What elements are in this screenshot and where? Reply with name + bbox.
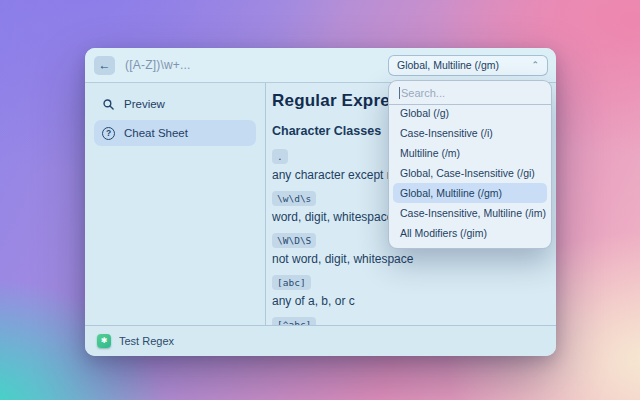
modifier-dropdown-button[interactable]: Global, Multiline (/gm) ⌃ <box>388 55 548 76</box>
regex-token-badge: . <box>272 149 288 164</box>
sidebar-item-label: Cheat Sheet <box>124 127 188 139</box>
text-cursor <box>399 87 400 99</box>
regex-token-badge: \w\d\s <box>272 191 316 206</box>
window-footer: ✱ Test Regex <box>85 325 556 356</box>
regex-token-badge: \W\D\S <box>272 233 316 248</box>
regex-token-description: any of a, b, or c <box>272 294 556 308</box>
window-topbar: ← ([A-Z])\w+... Global, Multiline (/gm) … <box>85 48 556 83</box>
regex-pattern-text[interactable]: ([A-Z])\w+... <box>125 58 191 72</box>
regex-token-badge: [^abc] <box>272 317 316 325</box>
back-button[interactable]: ← <box>94 56 115 75</box>
desktop-background: ← ([A-Z])\w+... Global, Multiline (/gm) … <box>0 0 640 400</box>
window-body: Preview ? Cheat Sheet Regular Expression… <box>85 83 556 325</box>
modifier-dropdown-label: Global, Multiline (/gm) <box>397 59 499 71</box>
dropdown-option-global-multiline[interactable]: Global, Multiline (/gm) <box>393 183 547 203</box>
dropdown-option-global[interactable]: Global (/g) <box>393 105 547 123</box>
back-arrow-icon: ← <box>99 59 111 71</box>
regex-token-description: not word, digit, whitespace <box>272 252 556 266</box>
regex-token-badge: [abc] <box>272 275 311 290</box>
sidebar-item-label: Preview <box>124 98 165 110</box>
sidebar: Preview ? Cheat Sheet <box>85 83 266 325</box>
sidebar-item-preview[interactable]: Preview <box>94 91 256 117</box>
list-item: [abc] any of a, b, or c <box>272 272 556 308</box>
app-name: Test Regex <box>119 335 174 347</box>
modifier-search-input[interactable]: Search... <box>389 81 551 105</box>
dropdown-option-global-case-insensitive[interactable]: Global, Case-Insensitive (/gi) <box>393 163 547 183</box>
dropdown-option-case-insensitive-multiline[interactable]: Case-Insensitive, Multiline (/im) <box>393 203 547 223</box>
chevron-up-icon: ⌃ <box>531 61 539 70</box>
modifier-options-list: Global (/g) Case-Insensitive (/i) Multil… <box>389 105 551 248</box>
modifier-dropdown-panel: Search... Global (/g) Case-Insensitive (… <box>388 80 552 249</box>
search-placeholder: Search... <box>401 87 445 99</box>
asterisk-glyph: ✱ <box>101 337 108 345</box>
dropdown-option-all-modifiers[interactable]: All Modifiers (/gim) <box>393 223 547 243</box>
app-asterisk-icon: ✱ <box>97 334 111 348</box>
regex-app-window: ← ([A-Z])\w+... Global, Multiline (/gm) … <box>85 48 556 356</box>
dropdown-option-case-insensitive[interactable]: Case-Insensitive (/i) <box>393 123 547 143</box>
question-circle-icon: ? <box>102 127 115 140</box>
sidebar-item-cheat-sheet[interactable]: ? Cheat Sheet <box>94 120 256 146</box>
magnifier-icon <box>102 98 115 111</box>
list-item: [^abc] not a, b, or c <box>272 314 556 325</box>
dropdown-option-multiline[interactable]: Multiline (/m) <box>393 143 547 163</box>
